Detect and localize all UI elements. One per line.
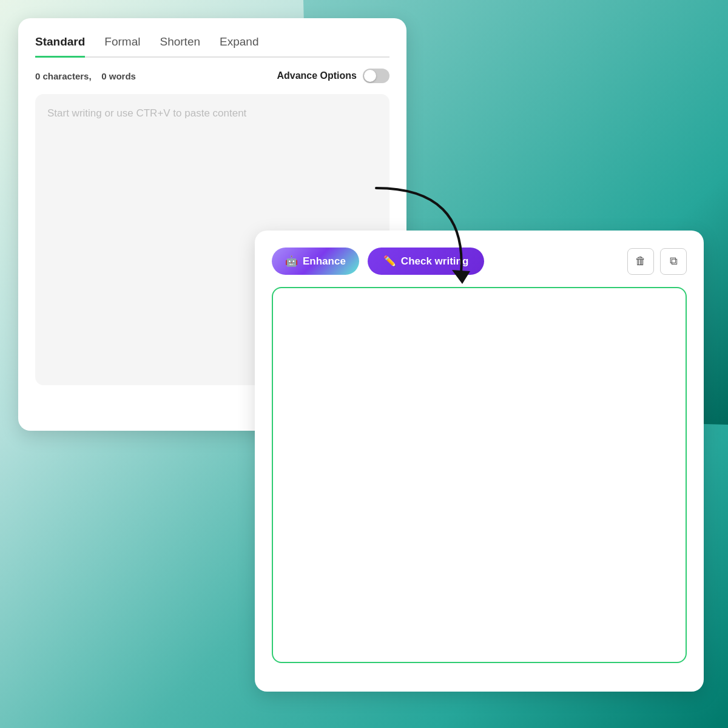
advance-options-label: Advance Options: [277, 70, 357, 81]
delete-icon: 🗑: [635, 255, 646, 268]
char-count: 0: [35, 71, 40, 81]
icon-action-group: 🗑 ⧉: [627, 248, 687, 275]
character-word-count: 0 characters, 0 words: [35, 71, 136, 81]
char-label: characters,: [43, 71, 92, 81]
output-card: 🤖 Enhance ✏️ Check writing 🗑 ⧉: [255, 231, 704, 692]
enhance-icon: 🤖: [285, 255, 298, 268]
output-toolbar: 🤖 Enhance ✏️ Check writing 🗑 ⧉: [272, 248, 687, 275]
check-writing-button[interactable]: ✏️ Check writing: [368, 248, 484, 275]
tab-shorten[interactable]: Shorten: [160, 35, 200, 58]
enhance-label: Enhance: [303, 255, 346, 268]
copy-icon: ⧉: [670, 255, 678, 268]
check-writing-label: Check writing: [401, 255, 468, 268]
delete-button[interactable]: 🗑: [627, 248, 654, 275]
tab-bar: Standard Formal Shorten Expand: [35, 35, 389, 58]
output-textarea[interactable]: [272, 287, 687, 663]
stats-row: 0 characters, 0 words Advance Options: [35, 69, 389, 83]
tab-expand[interactable]: Expand: [220, 35, 258, 58]
word-count: 0: [101, 71, 106, 81]
advance-options-toggle[interactable]: [363, 69, 389, 83]
enhance-button[interactable]: 🤖 Enhance: [272, 248, 359, 275]
tab-formal[interactable]: Formal: [104, 35, 140, 58]
check-writing-icon: ✏️: [383, 255, 396, 268]
advance-options-row: Advance Options: [277, 69, 389, 83]
copy-button[interactable]: ⧉: [660, 248, 687, 275]
tab-standard[interactable]: Standard: [35, 35, 85, 58]
word-label: words: [109, 71, 136, 81]
